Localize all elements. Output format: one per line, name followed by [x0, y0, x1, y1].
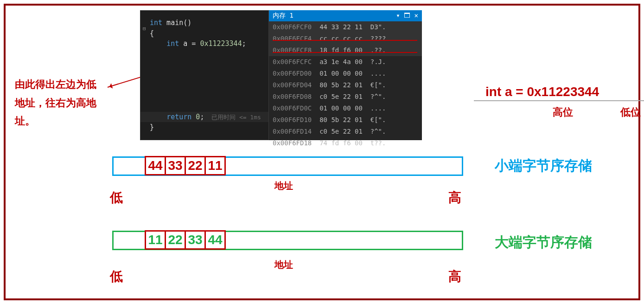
- byte-box: 44: [145, 156, 166, 175]
- high-bit-label: 高位: [553, 105, 573, 119]
- byte-box: 44: [204, 230, 226, 250]
- memory-title-bar: 内存 1 ▾ 🗖 ✕: [269, 10, 422, 21]
- memory-row: 0x00F6FCF8 18 fd f6 00 .??.: [269, 45, 422, 56]
- red-separator-line: [273, 52, 417, 53]
- byte-box: 22: [185, 156, 206, 175]
- code-editor-pane: ⊟ int main() { int a = 0x11223344; retur…: [140, 10, 269, 140]
- code-line: return 0; 已用时间 <= 1ms: [140, 112, 268, 123]
- note-line: 地址，往右为高地: [15, 94, 96, 112]
- memory-pane: 内存 1 ▾ 🗖 ✕ 0x00F6FCF0 44 33 22 11 D3". 0…: [269, 10, 422, 140]
- code-line: }: [150, 122, 264, 133]
- low-bit-label: 低位: [620, 105, 641, 119]
- byte-box: 11: [204, 156, 226, 175]
- byte-box: 33: [165, 156, 186, 175]
- code-line: [150, 59, 264, 70]
- fold-minus-icon: ⊟: [143, 26, 146, 32]
- code-line: [150, 80, 264, 91]
- memory-row: 0x00F6FCF4 cc cc cc cc ????: [269, 33, 422, 45]
- memory-title-text: 内存 1: [273, 10, 293, 21]
- big-endian-bytes: 11 22 33 44: [145, 230, 226, 249]
- high-label: 高: [448, 189, 461, 207]
- memory-row: 0x00F6FD08 c0 5e 22 01 ?^".: [269, 91, 422, 103]
- code-line: [150, 101, 264, 112]
- high-label: 高: [448, 268, 461, 285]
- memory-row: 0x00F6FCFC a3 1e 4a 00 ?.J.: [269, 56, 422, 68]
- code-line: {: [150, 28, 264, 39]
- byte-box: 33: [185, 230, 206, 250]
- byte-box: 22: [165, 230, 186, 250]
- code-line: int a = 0x11223344;: [150, 39, 264, 49]
- memory-row: 0x00F6FD00 01 00 00 00 ....: [269, 68, 422, 79]
- low-label: 低: [110, 189, 123, 207]
- code-line: [150, 49, 264, 60]
- code-line: int main(): [150, 18, 264, 28]
- big-endian-title: 大端字节序存储: [495, 233, 592, 252]
- code-line: [150, 70, 264, 81]
- note-line: 址。: [15, 112, 96, 130]
- memory-row: 0x00F6FD04 80 5b 22 01 €[".: [269, 79, 422, 91]
- code-line: [150, 91, 264, 102]
- memory-row: 0x00F6FD10 80 5b 22 01 €[".: [269, 114, 422, 126]
- memory-row: 0x00F6FD0C 01 00 00 00 ....: [269, 103, 422, 114]
- little-endian-bytes: 44 33 22 11: [145, 156, 226, 175]
- little-endian-title: 小端字节序存储: [495, 156, 592, 175]
- red-separator-line: [273, 40, 417, 41]
- declaration-text: int a = 0x11223344: [485, 84, 599, 99]
- address-label: 地址: [274, 259, 293, 271]
- memory-row: 0x00F6FCF0 44 33 22 11 D3".: [269, 21, 422, 33]
- diagram-frame: 由此得出左边为低 地址，往右为高地 址。 ⊟ int main() { int …: [4, 4, 640, 300]
- byte-box: 11: [145, 230, 166, 250]
- memory-row: 0x00F6FD14 c0 5e 22 01 ?^".: [269, 126, 422, 137]
- annotation-text: 由此得出左边为低 地址，往右为高地 址。: [15, 75, 96, 130]
- declaration-underline: [474, 100, 644, 101]
- memory-row: 0x00F6FD18 74 fd f6 00 t??.: [269, 137, 422, 149]
- address-label: 地址: [274, 180, 293, 192]
- note-line: 由此得出左边为低: [15, 75, 96, 94]
- bit-labels: 高位 低位: [553, 105, 641, 119]
- low-label: 低: [110, 268, 123, 285]
- window-controls: ▾ 🗖 ✕: [396, 10, 418, 21]
